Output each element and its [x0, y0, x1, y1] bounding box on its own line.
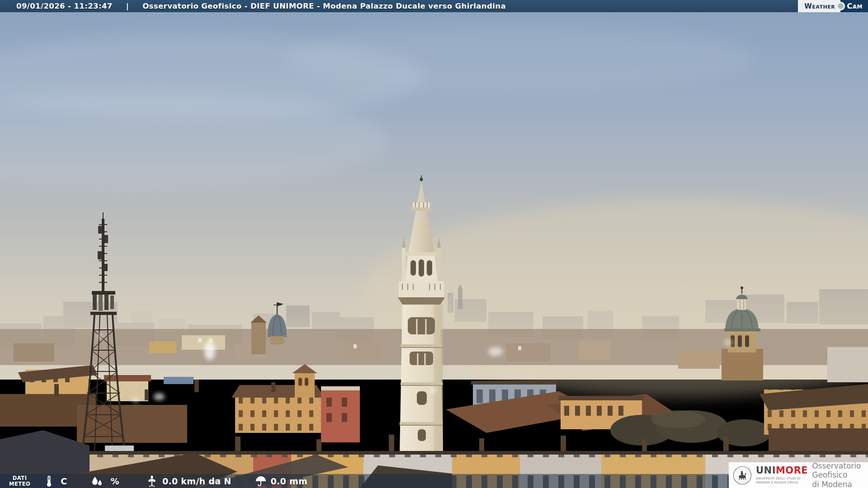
separator: |: [126, 2, 129, 10]
weathercam-logo: Weather Cam: [798, 0, 868, 12]
weathercam-ball-icon: [836, 2, 845, 10]
distant-tower: [458, 284, 462, 309]
brand-uni: UNI: [756, 465, 776, 476]
osd-top-bar: 09/01/2026 - 11:23:47 | Osservatorio Geo…: [0, 0, 868, 12]
wind-icon: [146, 475, 158, 487]
webcam-frame: 09/01/2026 - 11:23:47 | Osservatorio Geo…: [0, 0, 868, 488]
observatory-name: Osservatorio Geofisico di Modena: [812, 461, 868, 488]
brand-subtitle-line1: UNIVERSITÀ DEGLI STUDI DI: [756, 477, 808, 480]
meteo-label-line1: DATI: [9, 475, 30, 481]
rain-value: 0.0 mm: [271, 476, 308, 486]
humidity-unit: %: [111, 476, 119, 486]
weathercam-logo-weather: Weather: [798, 0, 840, 12]
rain-icon: [255, 475, 267, 487]
webcam-title: Osservatorio Geofisico - DIEF UNIMORE - …: [142, 2, 506, 10]
unimore-wordmark: UNIMORE UNIVERSITÀ DEGLI STUDI DI MODENA…: [756, 466, 808, 484]
unimore-seal-icon: [733, 466, 752, 485]
observatory-name-line1: Osservatorio Geofisico: [812, 461, 868, 479]
thermometer-icon: [46, 475, 52, 487]
temperature-unit: C: [61, 476, 67, 486]
observatory-name-line2: di Modena: [812, 480, 868, 488]
meteo-label-line2: METEO: [9, 481, 30, 487]
meteo-label: DATI METEO: [9, 475, 30, 487]
city-panorama: [0, 0, 868, 488]
brand-more: MORE: [776, 465, 808, 476]
weathercam-logo-cam: Cam: [847, 2, 863, 10]
humidity-icon: [91, 476, 103, 487]
brand-subtitle-line2: MODENA E REGGIO EMILIA: [756, 481, 808, 484]
weathercam-logo-cam-box: Cam: [840, 0, 868, 12]
wind-value: 0.0 km/h da N: [162, 476, 231, 486]
unimore-brand-box: UNIMORE UNIVERSITÀ DEGLI STUDI DI MODENA…: [729, 462, 868, 488]
timestamp: 09/01/2026 - 11:23:47: [16, 2, 113, 10]
